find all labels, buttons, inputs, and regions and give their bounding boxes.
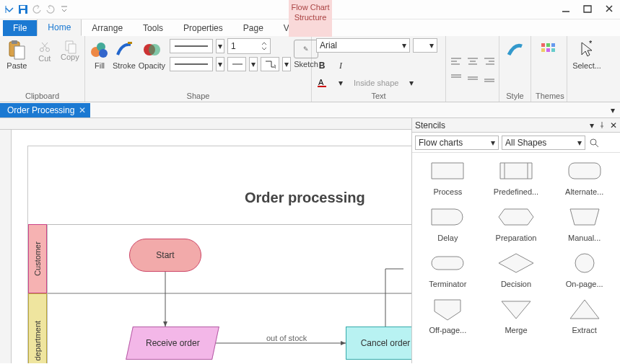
document-name: Order Processing — [7, 105, 74, 115]
text-placement-combo[interactable]: Inside shape — [354, 79, 398, 87]
stencil-filter-combo[interactable]: All Shapes▾ — [502, 136, 585, 150]
stencil-process[interactable]: Process — [415, 157, 481, 196]
bold-button[interactable]: B — [316, 60, 328, 71]
svg-point-18 — [149, 44, 160, 56]
canvas[interactable]: Order processing Customer s department S… — [12, 130, 411, 363]
panel-options-icon[interactable]: ▾ — [590, 120, 594, 130]
stencil-label: On-page... — [566, 280, 603, 288]
stencil-category-combo[interactable]: Flow charts▾ — [415, 136, 499, 150]
redo-icon[interactable] — [44, 3, 57, 16]
panel-close-icon[interactable]: ✕ — [610, 120, 617, 130]
panel-pin-icon[interactable] — [598, 120, 606, 130]
lane-dept-label: s department — [33, 321, 42, 363]
connector-type-combo[interactable] — [261, 57, 279, 71]
dash-style-drop[interactable]: ▾ — [216, 57, 224, 71]
stencil-label: Delay — [437, 234, 458, 242]
shape-start[interactable]: Start — [129, 239, 201, 272]
align-center-button[interactable] — [466, 54, 480, 68]
save-icon[interactable] — [17, 3, 30, 16]
shape-receive-order[interactable]: Receive order — [126, 327, 219, 360]
select-label: Select... — [572, 61, 601, 70]
tab-properties[interactable]: Properties — [173, 20, 233, 36]
tab-arrange[interactable]: Arrange — [82, 20, 133, 36]
stencil-alternate[interactable]: Alternate... — [551, 157, 617, 196]
category-value: Flow charts — [419, 138, 463, 148]
align-right-button[interactable] — [482, 54, 497, 68]
svg-rect-16 — [128, 42, 132, 44]
font-family-combo[interactable]: Arial▾ — [316, 38, 410, 53]
valign-top-button[interactable] — [449, 71, 463, 85]
minimize-button[interactable] — [555, 0, 577, 17]
stencil-label: Manual... — [568, 234, 601, 242]
tab-home[interactable]: Home — [37, 19, 82, 36]
undo-icon[interactable] — [30, 3, 43, 16]
style-button[interactable] — [504, 38, 526, 60]
font-size-combo[interactable]: ▾ — [413, 38, 437, 53]
page[interactable]: Order processing Customer s department S… — [27, 146, 411, 363]
edge-label-outofstock[interactable]: out of stock — [266, 334, 307, 342]
stencil-merge[interactable]: Merge — [484, 296, 549, 334]
svg-rect-55 — [432, 257, 463, 270]
tab-page[interactable]: Page — [233, 20, 274, 36]
doc-tabs-drop[interactable]: ▾ — [606, 105, 620, 115]
stencil-delay[interactable]: Delay — [415, 203, 481, 242]
lane-department[interactable]: s department — [28, 293, 47, 363]
stencil-label: Off-page... — [429, 326, 466, 334]
stroke-button[interactable]: Stroke — [113, 38, 136, 70]
qat-menu[interactable] — [3, 3, 16, 16]
swimlane-row-1[interactable] — [47, 224, 411, 293]
stencil-extract[interactable]: Extract — [551, 296, 617, 334]
lane-customer[interactable]: Customer — [28, 224, 47, 293]
paste-button[interactable]: Paste — [4, 38, 30, 70]
tab-tools[interactable]: Tools — [133, 20, 173, 36]
maximize-button[interactable] — [577, 0, 598, 17]
line-style-combo[interactable] — [170, 39, 213, 53]
dash-style-combo[interactable] — [170, 57, 213, 71]
valign-bottom-button[interactable] — [482, 71, 497, 85]
copy-button[interactable]: Copy — [60, 38, 80, 61]
stencil-predefined[interactable]: Predefined... — [484, 157, 549, 196]
valign-middle-button[interactable] — [466, 71, 480, 85]
svg-text:*: * — [589, 40, 593, 48]
stencil-terminator[interactable]: Terminator — [415, 249, 481, 288]
context-tab-flowchart[interactable]: Flow Chart Structure — [289, 0, 332, 37]
stencil-preparation[interactable]: Preparation — [484, 203, 549, 242]
search-icon[interactable] — [588, 137, 600, 148]
shape-cancel-order[interactable]: Cancel order — [346, 327, 411, 360]
group-select-label — [572, 100, 602, 102]
svg-rect-51 — [500, 163, 532, 179]
qat-customize-icon[interactable] — [58, 3, 71, 16]
lane-customer-label: Customer — [33, 241, 42, 276]
opacity-label: Opacity — [139, 61, 165, 70]
stencil-label: Process — [433, 187, 462, 196]
close-button[interactable] — [598, 0, 620, 17]
fill-button[interactable]: Fill — [89, 38, 110, 70]
font-color-button[interactable]: A — [316, 77, 328, 89]
stencil-manual[interactable]: Manual... — [551, 203, 617, 242]
align-left-button[interactable] — [449, 54, 463, 68]
tab-file[interactable]: File — [3, 20, 37, 36]
group-themes-label: Themes — [536, 92, 562, 102]
connector-type-drop[interactable]: ▾ — [282, 57, 291, 71]
line-thickness-input[interactable]: 1 — [227, 38, 271, 54]
stencil-label: Terminator — [429, 280, 466, 288]
line-style-drop[interactable]: ▾ — [216, 39, 224, 53]
group-text-label: Text — [316, 92, 441, 102]
opacity-button[interactable]: Opacity — [139, 38, 165, 70]
svg-rect-44 — [551, 48, 555, 52]
stencil-decision[interactable]: Decision — [484, 249, 549, 288]
arrow-start-drop[interactable]: ▾ — [249, 57, 258, 71]
cut-button[interactable]: Cut — [32, 40, 57, 63]
italic-button[interactable]: I — [335, 60, 346, 71]
diagram-title: Order processing — [245, 190, 365, 206]
document-tab[interactable]: Order Processing ✕ — [0, 103, 90, 117]
font-color-drop[interactable]: ▾ — [335, 77, 346, 89]
text-placement-drop[interactable]: ▾ — [406, 77, 417, 89]
close-doc-icon[interactable]: ✕ — [79, 105, 86, 115]
select-button[interactable]: * Select... — [572, 38, 602, 70]
arrow-start-combo[interactable] — [227, 57, 246, 71]
cut-label: Cut — [38, 54, 51, 63]
stencil-offpage[interactable]: Off-page... — [415, 296, 481, 334]
themes-button[interactable] — [536, 38, 562, 60]
stencil-onpage[interactable]: On-page... — [551, 249, 617, 288]
